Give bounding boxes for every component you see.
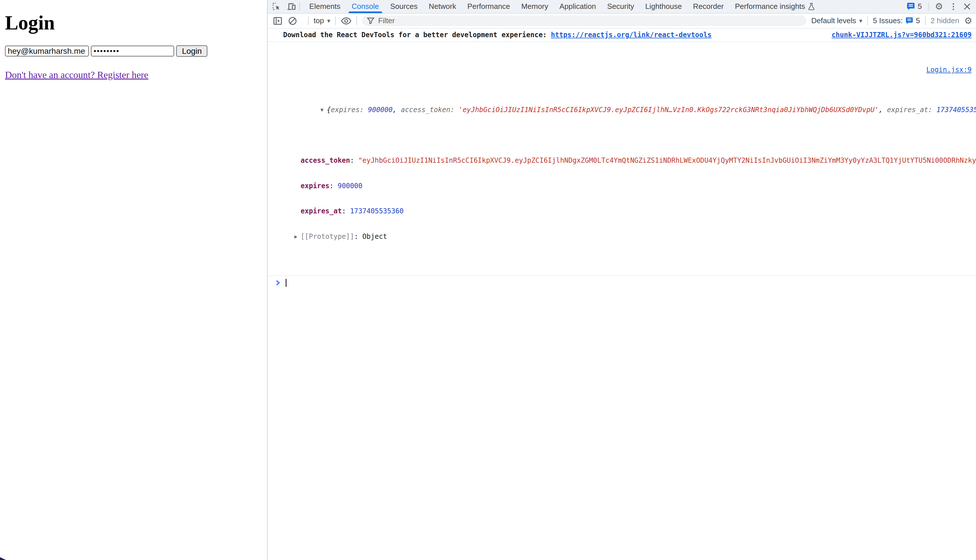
corner-badge: [0, 557, 6, 560]
login-button[interactable]: Login: [176, 45, 207, 57]
console-info-message: Download the React DevTools for a better…: [267, 28, 976, 42]
settings-gear-icon[interactable]: ⚙: [935, 2, 943, 11]
issues-summary[interactable]: 5 Issues: 5: [873, 16, 920, 25]
register-link[interactable]: Don't have an account? Register here: [5, 70, 148, 80]
object-properties: access_token: "eyJhbGciOiJIUzI1NiIsInR5c…: [301, 140, 972, 258]
message-text: Download the React DevTools for a better…: [283, 31, 551, 39]
expand-triangle-icon[interactable]: ▶: [294, 232, 301, 242]
issues-bubble-icon: [905, 17, 913, 25]
experiment-flask-icon: [808, 3, 815, 10]
tabbar-separator: [299, 2, 300, 11]
issues-bubble-icon: [906, 3, 915, 11]
console-settings-gear-icon[interactable]: ⚙: [964, 16, 972, 25]
live-expression-eye-icon[interactable]: [341, 17, 351, 25]
tab-memory[interactable]: Memory: [516, 0, 554, 13]
tabbar-left-icons: [267, 0, 299, 13]
context-selector[interactable]: top: [314, 16, 330, 25]
tab-application[interactable]: Application: [554, 0, 602, 13]
message-source-link[interactable]: chunk-VIJJTZRL.js?v=960bd321:21609: [831, 31, 971, 39]
password-field[interactable]: [91, 45, 174, 57]
clear-console-icon[interactable]: [288, 17, 297, 25]
tab-security[interactable]: Security: [602, 0, 640, 13]
page-title: Login: [5, 12, 267, 33]
login-form: Login: [5, 45, 267, 57]
filter-funnel-icon: [367, 17, 374, 24]
device-toolbar-icon[interactable]: [287, 2, 296, 11]
devtools-tabs: Elements Console Sources Network Perform…: [304, 0, 820, 13]
close-icon[interactable]: [964, 3, 971, 10]
prop-expires: expires: 900000: [301, 181, 972, 191]
console-prompt[interactable]: [267, 276, 976, 289]
hidden-messages-label: 2 hidden: [931, 16, 959, 25]
console-sidebar-icon[interactable]: [273, 17, 282, 25]
email-field[interactable]: [5, 45, 89, 57]
tab-network[interactable]: Network: [423, 0, 462, 13]
issues-counter[interactable]: 5: [906, 2, 922, 11]
tab-lighthouse[interactable]: Lighthouse: [640, 0, 687, 13]
devtools-tabbar: Elements Console Sources Network Perform…: [267, 0, 976, 14]
console-object-log: Login.jsx:9 ▼{expires: 900000, access_to…: [267, 42, 976, 276]
tab-sources[interactable]: Sources: [385, 0, 423, 13]
prop-expires-at: expires_at: 1737405535360: [301, 207, 972, 216]
log-source-link[interactable]: Login.jsx:9: [926, 66, 971, 74]
tab-recorder[interactable]: Recorder: [687, 0, 729, 13]
prop-prototype: ▶[[Prototype]]: Object: [294, 232, 971, 242]
console-messages: Download the React DevTools for a better…: [267, 28, 976, 560]
filter-input[interactable]: [378, 16, 801, 25]
toolbar-right: Default levels 5 Issues: 5 2 hidden ⚙: [811, 16, 972, 25]
devtools-panel: Elements Console Sources Network Perform…: [267, 0, 976, 560]
login-page: Login Login Don't have an account? Regis…: [0, 0, 267, 560]
prop-access-token: access_token: "eyJhbGciOiJIUzI1NiIsInR5c…: [301, 156, 972, 165]
prompt-chevron-icon: [276, 280, 281, 286]
tab-elements[interactable]: Elements: [304, 0, 346, 13]
tab-performance[interactable]: Performance: [462, 0, 515, 13]
inspect-element-icon[interactable]: [272, 2, 281, 12]
tabbar-right-icons: 5 ⚙ ⋮: [906, 0, 976, 13]
filter-field[interactable]: [362, 15, 806, 26]
object-preview-line: ▼{expires: 900000, access_token: 'eyJhbG…: [287, 98, 972, 122]
text-cursor: [286, 279, 286, 287]
log-levels-dropdown[interactable]: Default levels: [811, 16, 862, 25]
react-devtools-link[interactable]: https://reactjs.org/link/react-devtools: [551, 31, 712, 39]
collapse-triangle-icon[interactable]: ▼: [321, 106, 327, 114]
console-toolbar: top Default levels 5 Issues:: [267, 14, 976, 28]
more-options-icon[interactable]: ⋮: [949, 2, 958, 11]
tab-performance-insights[interactable]: Performance insights: [729, 0, 820, 13]
tab-console[interactable]: Console: [346, 0, 385, 13]
